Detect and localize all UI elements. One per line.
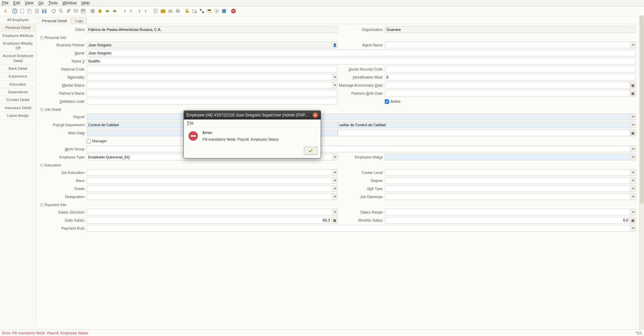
field-grade[interactable] <box>87 185 332 192</box>
attachment-icon[interactable] <box>65 8 72 14</box>
salrange-dropdown-icon[interactable] <box>631 209 636 215</box>
sidebar-item-employee-attribute[interactable]: Employee Attribute <box>0 32 36 40</box>
report-icon[interactable] <box>152 8 159 14</box>
field-name2[interactable] <box>87 58 636 64</box>
monthly-calc-icon[interactable]: ▦ <box>630 217 636 224</box>
field-agent-name[interactable] <box>385 42 631 48</box>
scrollbar-thumb[interactable] <box>640 15 644 204</box>
print-preview-icon[interactable] <box>167 8 174 14</box>
partner-birth-cal-icon[interactable]: ▦ <box>630 90 636 97</box>
refresh-icon[interactable] <box>50 8 57 14</box>
empstatus-dropdown-icon[interactable] <box>631 154 636 160</box>
nationality-dropdown-icon[interactable] <box>332 74 338 81</box>
home-icon[interactable] <box>97 8 103 14</box>
field-partner-birthdate[interactable] <box>385 90 630 97</box>
collapse-icon[interactable]: − <box>40 108 43 111</box>
field-name[interactable] <box>87 50 636 56</box>
field-client[interactable] <box>87 26 338 33</box>
sidebar-item-contact-detail[interactable]: Contact Detail <box>0 96 36 104</box>
sidebar-item-account-employee-detail[interactable]: Account Employee Detail <box>0 52 36 65</box>
field-salary-range[interactable] <box>385 209 631 215</box>
checkbox-active[interactable]: Active <box>385 99 400 104</box>
career-dropdown-icon[interactable] <box>631 169 636 176</box>
product-icon[interactable] <box>221 8 227 14</box>
menu-go[interactable]: Go <box>38 1 44 5</box>
toggle-icon[interactable] <box>80 8 87 14</box>
prev-icon[interactable] <box>128 8 135 14</box>
agent-dropdown-icon[interactable] <box>631 42 636 48</box>
menu-file[interactable]: File <box>2 1 8 5</box>
end-date-cal-icon[interactable]: ▦ <box>630 130 636 136</box>
new-icon[interactable] <box>19 8 25 14</box>
field-career-level[interactable] <box>385 169 631 176</box>
request-icon[interactable] <box>206 8 213 14</box>
sidebar-item-experience[interactable]: Experience <box>0 73 36 80</box>
menu-tools[interactable]: Tools <box>48 1 58 5</box>
field-marital-status[interactable] <box>87 82 332 89</box>
desig-dropdown-icon[interactable] <box>332 193 338 200</box>
field-designation[interactable] <box>87 193 332 200</box>
field-monthly-salary[interactable] <box>385 217 630 224</box>
last-icon[interactable] <box>143 8 150 14</box>
history-icon[interactable] <box>89 8 96 14</box>
sidebar-item-education[interactable]: Education <box>0 81 36 88</box>
menu-view[interactable]: View <box>25 1 34 5</box>
end-icon[interactable] <box>230 8 237 14</box>
field-marriage-date[interactable] <box>385 82 630 89</box>
field-validation-code[interactable] <box>87 98 338 105</box>
bp-lookup-icon[interactable]: 👤 <box>332 42 338 48</box>
field-job-openings[interactable] <box>385 193 631 200</box>
field-end-date[interactable] <box>338 130 630 136</box>
payroll-dropdown-icon[interactable] <box>631 113 636 120</box>
dialog-file-menu[interactable]: File <box>184 119 321 127</box>
field-organization[interactable] <box>385 26 636 33</box>
skill-dropdown-icon[interactable] <box>631 185 636 192</box>
collapse-icon[interactable]: − <box>40 36 43 39</box>
field-race[interactable] <box>87 177 332 184</box>
field-id-mark[interactable] <box>385 74 636 81</box>
marriage-date-cal-icon[interactable]: ▦ <box>630 82 636 89</box>
workflow-icon[interactable] <box>213 8 220 14</box>
jobop-dropdown-icon[interactable] <box>631 193 636 200</box>
parent-icon[interactable] <box>104 8 111 14</box>
sidebar-item-personal-detail[interactable]: Personal Detail <box>0 24 36 32</box>
field-job-education[interactable] <box>87 169 332 176</box>
first-icon[interactable] <box>121 8 127 14</box>
print-icon[interactable] <box>174 8 181 14</box>
ok-button[interactable] <box>304 147 317 155</box>
field-national-code[interactable] <box>87 66 338 73</box>
vertical-scrollbar[interactable] <box>639 15 644 327</box>
active-wf-icon[interactable] <box>199 8 205 14</box>
delete-icon[interactable] <box>34 8 40 14</box>
grade-dropdown-icon[interactable] <box>332 185 338 192</box>
daily-calc-icon[interactable]: ▦ <box>332 217 338 224</box>
field-work-group[interactable] <box>87 146 631 152</box>
zoom-icon[interactable] <box>191 8 198 14</box>
field-partner-name[interactable] <box>87 90 338 97</box>
collapse-icon[interactable]: − <box>40 164 43 167</box>
help-icon[interactable]: ? <box>11 8 18 14</box>
field-business-partner[interactable] <box>87 42 332 48</box>
copy-icon[interactable] <box>26 8 33 14</box>
emptype-dropdown-icon[interactable] <box>332 154 338 160</box>
field-nationality[interactable] <box>87 74 332 81</box>
chat-icon[interactable] <box>72 8 79 14</box>
search-icon[interactable] <box>58 8 64 14</box>
back-icon[interactable] <box>2 8 9 14</box>
workgroup-dropdown-icon[interactable] <box>631 146 636 152</box>
jedu-dropdown-icon[interactable] <box>332 169 338 176</box>
sidebar-item-employee-weekly-off[interactable]: Employee Weekly Off <box>0 40 36 52</box>
collapse-icon[interactable]: − <box>40 203 43 206</box>
degree-dropdown-icon[interactable] <box>631 177 636 184</box>
lock-icon[interactable] <box>184 8 191 14</box>
menu-help[interactable]: Help <box>82 1 90 5</box>
field-salary-structure[interactable] <box>87 209 332 215</box>
tab-logo[interactable]: Logo <box>71 17 87 24</box>
save-icon[interactable] <box>41 8 48 14</box>
field-degree[interactable] <box>385 177 631 184</box>
sidebar-item-insurance-detail[interactable]: Insurance Detail <box>0 104 36 112</box>
detail-icon[interactable] <box>111 8 118 14</box>
archive-icon[interactable] <box>160 8 166 14</box>
dialog-titlebar[interactable]: Employee (All) V10722219 Jose Gregorio S… <box>184 111 321 119</box>
sidebar-item-bank-detail[interactable]: Bank Detail <box>0 65 36 73</box>
